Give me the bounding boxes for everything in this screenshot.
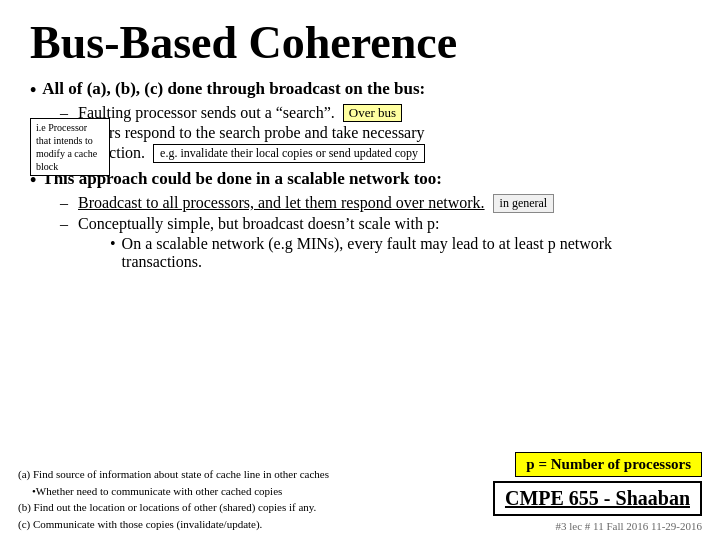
sub-bullet-content-4: Conceptually simple, but broadcast doesn… bbox=[78, 215, 690, 233]
bullet-text-1: All of (a), (b), (c) done through broadc… bbox=[42, 79, 425, 99]
over-bus-badge: Over bus bbox=[343, 104, 402, 122]
nested-bullet-1: • On a scalable network (e.g MINs), ever… bbox=[110, 235, 690, 271]
footer-right: p = Number of processors CMPE 655 - Shaa… bbox=[493, 452, 702, 532]
bullet-main-2: • This approach could be done in a scala… bbox=[30, 169, 690, 191]
sub-bullet-content-2: Others respond to the search probe and t… bbox=[78, 124, 690, 142]
p-equals-box: p = Number of processors bbox=[515, 452, 702, 477]
nested-text: On a scalable network (e.g MINs), every … bbox=[122, 235, 690, 271]
sub-bullet-content-3: Broadcast to all processors, and let the… bbox=[78, 194, 690, 213]
others-text1: Others respond to the search probe and t… bbox=[78, 124, 425, 142]
faulting-text: Faulting processor sends out a “search”. bbox=[78, 104, 335, 122]
dash-3: – bbox=[60, 194, 72, 212]
processor-annotation: i.e Processor that intends to modify a c… bbox=[30, 118, 110, 176]
dash-4: – bbox=[60, 215, 72, 233]
sub-bullet-conceptually: – Conceptually simple, but broadcast doe… bbox=[60, 215, 690, 233]
sub-bullet-broadcast: – Broadcast to all processors, and let t… bbox=[60, 194, 690, 213]
footer-line-c: (c) Communicate with those copies (inval… bbox=[18, 516, 493, 533]
footer-left: (a) Find source of information about sta… bbox=[18, 466, 493, 532]
bullet-section-2: • This approach could be done in a scala… bbox=[30, 169, 690, 271]
action-row: action. e.g. invalidate their local copi… bbox=[102, 144, 690, 163]
bullet-section-1: • All of (a), (b), (c) done through broa… bbox=[30, 79, 690, 163]
conceptually-text: Conceptually simple, but broadcast doesn… bbox=[78, 215, 439, 233]
footer-line-a-sub: •Whether need to communicate with other … bbox=[32, 483, 493, 500]
footer: (a) Find source of information about sta… bbox=[0, 452, 720, 532]
slide: Bus-Based Coherence • All of (a), (b), (… bbox=[0, 0, 720, 540]
sub-bullet-others: – Others respond to the search probe and… bbox=[60, 124, 690, 142]
sub-bullet-faulting: – Faulting processor sends out a “search… bbox=[60, 104, 690, 122]
sub-bullets-1: – Faulting processor sends out a “search… bbox=[60, 104, 690, 163]
footer-line-b: (b) Find out the location or locations o… bbox=[18, 499, 493, 516]
in-general-badge: in general bbox=[493, 194, 555, 213]
sub-bullets-2: – Broadcast to all processors, and let t… bbox=[60, 194, 690, 271]
cmpe-box: CMPE 655 - Shaaban bbox=[493, 481, 702, 516]
sub-bullet-others-wrapper: – Others respond to the search probe and… bbox=[60, 124, 690, 163]
sub-bullet-content-1: Faulting processor sends out a “search”.… bbox=[78, 104, 690, 122]
footer-line-a: (a) Find source of information about sta… bbox=[18, 466, 493, 483]
bullet-dot-1: • bbox=[30, 80, 36, 101]
broadcast-text: Broadcast to all processors, and let the… bbox=[78, 194, 485, 212]
nested-dot: • bbox=[110, 235, 116, 253]
slide-info: #3 lec # 11 Fall 2016 11-29-2016 bbox=[556, 520, 702, 532]
bullet-main-1: • All of (a), (b), (c) done through broa… bbox=[30, 79, 690, 101]
invalidate-badge: e.g. invalidate their local copies or se… bbox=[153, 144, 425, 163]
slide-title: Bus-Based Coherence bbox=[30, 18, 690, 69]
